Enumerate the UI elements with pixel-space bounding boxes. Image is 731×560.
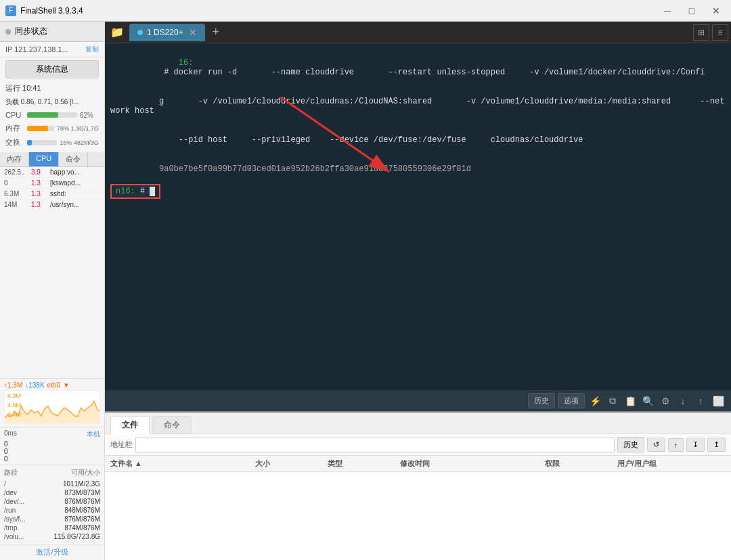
- term-line-1: g -v /volume1/clouddrive/cloudnas:/Cloud…: [110, 87, 726, 125]
- memory-value: 78% 1.3G/1.7G: [57, 125, 99, 132]
- upload-button[interactable]: ↥: [707, 438, 726, 452]
- copy-ip-button[interactable]: 复制: [85, 45, 99, 54]
- col-perm: 权限: [545, 459, 617, 469]
- tab-close-icon[interactable]: ✕: [189, 27, 197, 38]
- network-chart: 6.9M 4.8M 2.4M: [4, 390, 100, 424]
- fm-table-body: [105, 472, 731, 560]
- swap-value: 16% 482M/3G: [60, 139, 99, 146]
- refresh-button[interactable]: ↺: [647, 438, 665, 452]
- net-scale-4m: 4.8M: [7, 402, 21, 409]
- title-bar: F FinalShell 3.9.3.4 ─ □ ✕: [0, 0, 731, 22]
- add-tab-button[interactable]: +: [208, 24, 224, 41]
- cursor-box: n16: #: [110, 184, 160, 199]
- clipboard-button[interactable]: 📋: [623, 394, 638, 409]
- tab-command[interactable]: 命令: [59, 152, 88, 166]
- disk-col-size: 可用/大小: [71, 468, 100, 477]
- scroll-down-button[interactable]: ↓: [675, 394, 690, 409]
- process-row: 6.3M 1.3 sshd:: [0, 189, 104, 200]
- process-row: 0 1.3 [kswapd...: [0, 178, 104, 189]
- download-button[interactable]: ↧: [686, 438, 705, 452]
- cpu-bar-bg: [27, 112, 77, 118]
- sys-info-button[interactable]: 系统信息: [5, 60, 99, 78]
- history-button[interactable]: 历史: [528, 393, 555, 409]
- window-controls: ─ □ ✕: [658, 4, 726, 18]
- disk-row: /volu... 115.8G/723.8G: [4, 532, 100, 541]
- disk-row: /sys/f... 876M/876M: [4, 515, 100, 523]
- tab-files[interactable]: 文件: [110, 416, 150, 434]
- process-row: 14M 1.3 /usr/syn...: [0, 200, 104, 210]
- col-size: 大小: [255, 459, 328, 469]
- load-row: 负载 0.86, 0.71, 0.56 [l...: [0, 95, 104, 109]
- fm-address-bar: 地址栏 历史 ↺ ↑ ↧ ↥: [105, 434, 731, 456]
- scroll-up-button[interactable]: ↑: [693, 394, 708, 409]
- col-user: 用户/用户组: [617, 459, 726, 469]
- fullscreen-button[interactable]: ⬜: [711, 394, 726, 409]
- close-button[interactable]: ✕: [707, 4, 726, 18]
- settings-button[interactable]: ⚙: [658, 394, 673, 409]
- terminal-content: 16: # docker run -d --name clouddrive --…: [110, 49, 726, 199]
- net-up: ↑1.3M: [4, 381, 22, 389]
- swap-row: 交换 16% 482M/3G: [0, 135, 104, 149]
- maximize-button[interactable]: □: [682, 4, 701, 18]
- term-line-2: --pid host --privileged --device /dev/fu…: [110, 126, 726, 154]
- disk-row: /dev/... 876M/876M: [4, 497, 100, 506]
- list-view-button[interactable]: ≡: [712, 24, 728, 41]
- disk-header: 路径 可用/大小: [4, 468, 100, 477]
- up-dir-button[interactable]: ↑: [668, 438, 684, 452]
- latency-section: 0ms 本机 0 0 0: [0, 427, 104, 465]
- tab-memory[interactable]: 内存: [0, 152, 29, 166]
- tab-ds220[interactable]: 1 DS220+ ✕: [129, 24, 205, 41]
- process-list: 262.5.. 3.9 happ:vo... 0 1.3 [kswapd... …: [0, 167, 104, 378]
- tab-status-dot: [137, 30, 143, 35]
- latency-val-1: 0: [4, 448, 100, 455]
- grid-view-button[interactable]: ⊞: [693, 24, 709, 41]
- minimize-button[interactable]: ─: [658, 4, 677, 18]
- sync-status: 同步状态: [0, 22, 104, 42]
- disk-section: 路径 可用/大小 / 1011M/2.3G /dev 873M/873M /de…: [0, 465, 104, 544]
- tab-bar: 📁 1 DS220+ ✕ + ⊞ ≡: [105, 22, 731, 43]
- folder-icon-button[interactable]: 📁: [108, 24, 127, 41]
- address-label: 地址栏: [110, 440, 133, 450]
- activate-link[interactable]: 激活/升级: [0, 544, 104, 560]
- address-input[interactable]: [135, 438, 615, 452]
- memory-bar-fill: [27, 126, 48, 131]
- term-line-3: 9a0be7be5f0a99b77d03ced01ae952b26b2ffa30…: [110, 155, 726, 183]
- network-section: ↑1.3M ↓138K eth0 ▼ 6.9M 4.8M 2.4M: [0, 378, 104, 427]
- sidebar: 同步状态 IP 121.237.138.1... 复制 系统信息 运行 10:4…: [0, 22, 105, 560]
- latency-val-0: 0: [4, 440, 100, 448]
- net-scale-2m: 2.4M: [7, 411, 21, 418]
- terminal-cursor: [150, 187, 155, 196]
- process-tabs: 内存 CPU 命令: [0, 152, 104, 167]
- file-manager: 文件 命令 地址栏 历史 ↺ ↑ ↧ ↥ 文件名 ▲ 大小 类型 修改时间 权限…: [105, 411, 731, 560]
- disk-row: / 1011M/2.3G: [4, 480, 100, 488]
- tab-cpu[interactable]: CPU: [29, 152, 59, 166]
- latency-local: 本机: [87, 429, 100, 439]
- app-icon: F: [5, 5, 16, 16]
- disk-row: /dev 873M/873M: [4, 488, 100, 497]
- load-value: 负载 0.86, 0.71, 0.56 [l...: [5, 97, 79, 107]
- disk-row: /run 848M/876M: [4, 506, 100, 515]
- fm-table-header: 文件名 ▲ 大小 类型 修改时间 权限 用户/用户组: [105, 456, 731, 472]
- col-name: 文件名 ▲: [110, 459, 255, 469]
- terminal-toolbar: 历史 选项 ⚡ ⧉ 📋 🔍 ⚙ ↓ ↑ ⬜: [105, 390, 731, 411]
- cpu-label: CPU: [5, 111, 24, 119]
- copy-screen-button[interactable]: ⧉: [605, 394, 620, 409]
- terminal-area[interactable]: 16: # docker run -d --name clouddrive --…: [105, 43, 731, 390]
- tab-commands[interactable]: 命令: [152, 416, 192, 434]
- memory-label: 内存: [5, 123, 24, 133]
- run-time: 运行 10:41: [5, 83, 41, 93]
- sync-status-dot: [5, 29, 11, 34]
- watermark: 值☆值得买: [686, 542, 723, 552]
- options-button[interactable]: 选项: [558, 393, 585, 409]
- lightning-icon-button[interactable]: ⚡: [588, 394, 602, 409]
- file-manager-tabs: 文件 命令: [105, 413, 731, 434]
- cpu-bar-fill: [27, 112, 58, 118]
- latency-header: 0ms 本机: [4, 429, 100, 439]
- swap-bar-fill: [27, 140, 32, 145]
- history-fm-button[interactable]: 历史: [617, 437, 644, 452]
- network-header: ↑1.3M ↓138K eth0 ▼: [4, 381, 100, 389]
- sync-status-label: 同步状态: [15, 26, 47, 37]
- search-button[interactable]: 🔍: [640, 394, 655, 409]
- col-type: 类型: [328, 459, 400, 469]
- swap-bar-bg: [27, 140, 57, 145]
